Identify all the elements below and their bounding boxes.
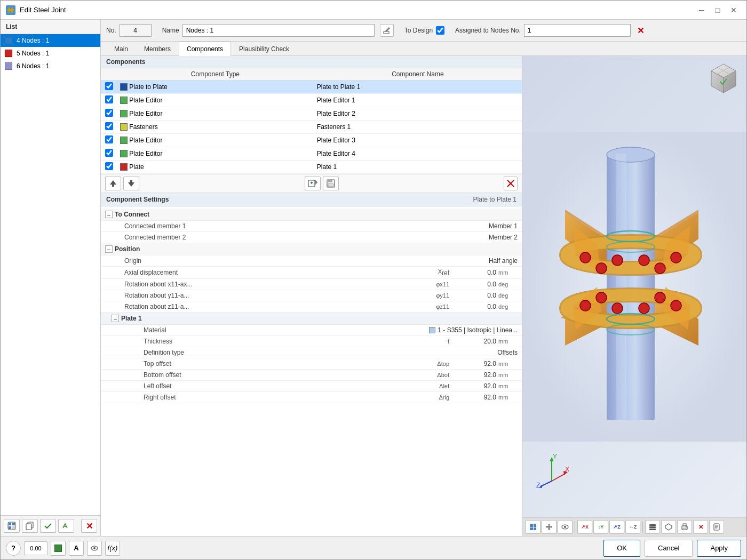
- view-btn-layers[interactable]: [645, 520, 660, 534]
- list-item-label: 6 Nodes : 1: [17, 62, 49, 70]
- info-button[interactable]: [58, 519, 74, 533]
- group-position: – Position Origin Half angle Axial displ…: [101, 243, 522, 313]
- svg-rect-78: [530, 524, 533, 527]
- clear-assigned-button[interactable]: ✕: [634, 24, 648, 37]
- move-up-button[interactable]: [105, 177, 121, 190]
- assigned-group: Assigned to Nodes No. ✕: [455, 24, 648, 37]
- delete-button[interactable]: ✕: [81, 519, 97, 533]
- list-item-label: 5 Nodes : 1: [17, 50, 49, 57]
- svg-marker-15: [128, 182, 134, 187]
- label-origin: Origin: [116, 257, 489, 265]
- view-btn-zx-rot[interactable]: ↔Z: [625, 520, 640, 534]
- ok-button[interactable]: OK: [603, 540, 640, 557]
- row-checkbox[interactable]: [105, 82, 113, 90]
- no-input[interactable]: [120, 24, 152, 37]
- name-input[interactable]: [182, 24, 375, 37]
- maximize-button[interactable]: □: [710, 4, 725, 16]
- view-btn-x-rot[interactable]: ↗X: [577, 520, 592, 534]
- row-definition-type: Definition type Offsets: [101, 347, 522, 358]
- list-item[interactable]: 4 Nodes : 1: [1, 34, 100, 47]
- assigned-input[interactable]: [524, 24, 631, 37]
- collapse-position[interactable]: –: [105, 245, 113, 253]
- help-button[interactable]: ?: [6, 541, 21, 556]
- to-design-group: To Design: [404, 26, 444, 35]
- row-checkbox[interactable]: [105, 162, 113, 170]
- check-button[interactable]: [40, 519, 56, 533]
- view-btn-move[interactable]: [542, 520, 557, 534]
- tab-main[interactable]: Main: [106, 42, 136, 56]
- close-button[interactable]: ✕: [726, 4, 741, 16]
- svg-point-47: [596, 263, 607, 274]
- tab-members[interactable]: Members: [136, 42, 179, 56]
- row-checkbox[interactable]: [105, 135, 113, 143]
- component-save-button[interactable]: [323, 177, 339, 190]
- unit-bottom-offset: mm: [496, 372, 518, 378]
- table-row[interactable]: Plate Editor Plate Editor 1: [101, 94, 522, 107]
- row-checkbox[interactable]: [105, 149, 113, 157]
- svg-marker-93: [665, 524, 672, 530]
- subgroup-header-plate1[interactable]: – Plate 1: [101, 313, 522, 325]
- view-btn-display[interactable]: [526, 520, 541, 534]
- formula-button[interactable]: f(x): [105, 541, 120, 556]
- table-row[interactable]: Plate Editor Plate Editor 3: [101, 134, 522, 147]
- group-header-position[interactable]: – Position: [101, 243, 522, 255]
- add-button[interactable]: [4, 519, 20, 533]
- table-row[interactable]: Fasteners Fasteners 1: [101, 121, 522, 134]
- view-btn-z-rot[interactable]: ↗Z: [609, 520, 624, 534]
- copy-button[interactable]: [22, 519, 38, 533]
- move-down-button[interactable]: [123, 177, 139, 190]
- row-bottom-offset: Bottom offset Δbot 92.0 mm: [101, 370, 522, 381]
- component-delete-button[interactable]: [504, 177, 518, 190]
- tab-plausibility[interactable]: Plausibility Check: [231, 42, 297, 56]
- label-definition-type: Definition type: [116, 349, 497, 356]
- apply-button[interactable]: Apply: [697, 540, 741, 557]
- component-add-button[interactable]: [305, 177, 321, 190]
- value-rotation-x11: 0.0: [454, 281, 496, 288]
- table-row[interactable]: Plate Editor Plate Editor 4: [101, 147, 522, 161]
- label-left-offset: Left offset: [116, 382, 411, 390]
- table-row[interactable]: Plate to Plate Plate to Plate 1: [101, 81, 522, 94]
- svg-point-57: [671, 300, 681, 311]
- title-controls: ─ □ ✕: [694, 4, 741, 16]
- view-btn-x-red[interactable]: ✕: [693, 520, 708, 534]
- row-checkbox[interactable]: [105, 95, 113, 103]
- view-btn-eye[interactable]: [558, 520, 573, 534]
- svg-marker-87: [551, 526, 552, 528]
- nav-cube[interactable]: [706, 61, 741, 98]
- list-item[interactable]: 6 Nodes : 1: [1, 60, 100, 73]
- value-rotation-y11: 0.0: [454, 292, 496, 299]
- view-btn-y-rot[interactable]: ↕Y: [593, 520, 608, 534]
- cancel-button[interactable]: Cancel: [645, 540, 693, 557]
- zero-button[interactable]: 0.00: [24, 541, 47, 555]
- list-item-label: 4 Nodes : 1: [17, 37, 49, 44]
- visibility-button[interactable]: [87, 541, 102, 556]
- tab-components[interactable]: Components: [179, 42, 231, 56]
- cs-header-name: Plate to Plate 1: [473, 196, 516, 203]
- content-split: Components Component Type Component Name: [101, 56, 746, 536]
- param-right-offset: Δrig: [411, 394, 454, 401]
- view-btn-print[interactable]: [677, 520, 692, 534]
- row-checkbox[interactable]: [105, 122, 113, 130]
- table-row[interactable]: Plate Plate 1: [101, 161, 522, 174]
- row-rotation-y11: Rotation about y11-a... φy11 0.0 deg: [101, 290, 522, 301]
- material-color: [429, 327, 435, 333]
- view-btn-3d[interactable]: [661, 520, 676, 534]
- view-btn-export[interactable]: [709, 520, 724, 534]
- table-row[interactable]: Plate Editor Plate Editor 2: [101, 107, 522, 121]
- edit-name-button[interactable]: [380, 24, 394, 37]
- group-header-to-connect[interactable]: – To Connect: [101, 209, 522, 221]
- row-checkbox[interactable]: [105, 109, 113, 117]
- row-origin: Origin Half angle: [101, 255, 522, 267]
- type-color: [120, 150, 128, 157]
- to-design-checkbox[interactable]: [436, 26, 444, 35]
- font-button[interactable]: A: [69, 541, 84, 556]
- svg-marker-86: [546, 526, 547, 528]
- param-rotation-y11: φy11: [411, 292, 454, 299]
- list-item[interactable]: 5 Nodes : 1: [1, 47, 100, 60]
- row-name: Plate Editor 4: [314, 147, 522, 161]
- collapse-to-connect[interactable]: –: [105, 211, 113, 218]
- color-button[interactable]: [51, 541, 66, 556]
- 3d-viewport[interactable]: Y X Z: [522, 56, 746, 517]
- collapse-plate1[interactable]: –: [112, 315, 119, 322]
- minimize-button[interactable]: ─: [694, 4, 709, 16]
